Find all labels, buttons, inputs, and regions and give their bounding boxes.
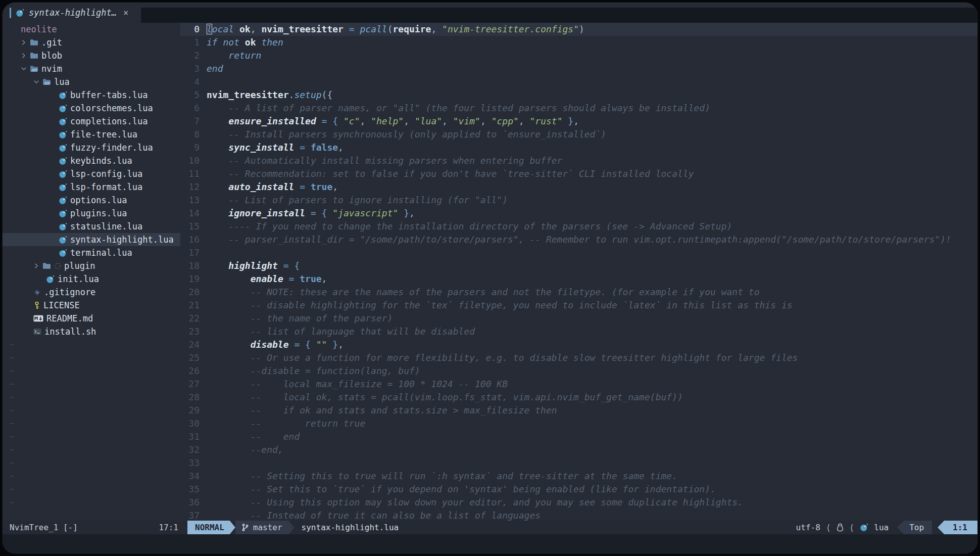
tree-item-completions.lua[interactable]: completions.lua [3,115,180,128]
code-line-text: ignore_install = { "javascript" }, [207,207,415,220]
statusline-tree-section: NvimTree_1 [-] 17:1 [3,523,183,532]
code-line-8[interactable]: 8 -- Install parsers synchronously (only… [180,128,977,141]
tree-item-statusline.lua[interactable]: statusline.lua [3,220,180,233]
code-line-6[interactable]: 6 -- A list of parser names, or "all" (t… [180,102,977,115]
code-line-19[interactable]: 19 enable = true, [180,272,977,286]
line-number: 29 [180,404,207,417]
code-line-text: local ok, nvim_treesitter = pcall(requir… [207,23,584,36]
active-tab-indicator [10,8,11,18]
tabline-fill [141,8,977,23]
code-line-20[interactable]: 20 -- NOTE: these are the names of the p… [180,286,977,299]
code-line-text: -- the name of the parser) [207,312,393,325]
code-line-34[interactable]: 34 -- Setting this to true will run `:h … [180,470,977,483]
code-line-text: ensure_installed = { "c", "help", "lua",… [207,115,579,128]
code-line-0[interactable]: 0local ok, nvim_treesitter = pcall(requi… [180,23,977,36]
code-line-14[interactable]: 14 ignore_install = { "javascript" }, [180,207,977,220]
code-line-7[interactable]: 7 ensure_installed = { "c", "help", "lua… [180,115,977,128]
code-line-17[interactable]: 17 [180,246,977,259]
code-line-22[interactable]: 22 -- the name of the parser) [180,312,977,325]
code-line-text: -- A list of parser names, or "all" (the… [207,102,710,115]
tree-item-blob[interactable]: blob [3,49,180,62]
code-line-4[interactable]: 4 [180,75,977,88]
code-line-30[interactable]: 30 -- return true [180,417,977,430]
close-icon[interactable]: × [123,8,128,18]
tree-item-options.lua[interactable]: options.lua [3,194,180,207]
tree-item-.git[interactable]: .git [3,36,180,49]
chevron-right-icon[interactable] [21,39,27,45]
lua-icon [59,222,67,231]
code-line-text: ---- If you need to change the installat… [207,220,732,233]
shell-icon [33,328,41,335]
empty-line-tilde: ~ [3,496,180,509]
code-line-26[interactable]: 26 --disable = function(lang, buf) [180,364,977,378]
code-line-28[interactable]: 28 -- local ok, stats = pcall(vim.loop.f… [180,391,977,404]
line-number: 6 [180,102,207,115]
text-cursor: l [207,24,212,34]
code-line-37[interactable]: 37 -- Instead of true it can also be a l… [180,509,977,521]
code-line-27[interactable]: 27 -- local max_filesize = 100 * 1024 --… [180,378,977,391]
tree-item-keybinds.lua[interactable]: keybinds.lua [3,154,180,167]
code-line-23[interactable]: 23 -- list of language that will be disa… [180,325,977,338]
tree-item-label: install.sh [44,327,96,337]
tree-item-buffer-tabs.lua[interactable]: buffer-tabs.lua [3,88,180,102]
tree-item-init.lua[interactable]: init.lua [3,272,180,286]
tree-item-nvim[interactable]: nvim [3,62,180,75]
chevron-right-icon[interactable] [33,263,39,269]
tree-item-label: completions.lua [70,116,148,126]
code-line-13[interactable]: 13 -- List of parsers to ignore installi… [180,194,977,207]
code-line-text: -- list of language that will be disable… [207,325,475,338]
empty-line-tilde: ~ [3,417,180,430]
empty-line-tilde: ~ [3,443,180,456]
code-line-33[interactable]: 33 [180,456,977,470]
code-line-35[interactable]: 35 -- Set this to `true` if you depend o… [180,483,977,496]
code-line-9[interactable]: 9 sync_install = false, [180,141,977,154]
tree-item-readme.md[interactable]: README.md [3,312,180,325]
tree-item-file-tree.lua[interactable]: file-tree.lua [3,128,180,141]
tree-item-install.sh[interactable]: install.sh [3,325,180,338]
chevron-down-icon[interactable] [21,66,27,72]
code-editor[interactable]: 0local ok, nvim_treesitter = pcall(requi… [180,23,977,521]
code-line-3[interactable]: 3end [180,62,977,75]
tree-item-.gitignore[interactable]: .gitignore [3,286,180,299]
tree-item-neolite[interactable]: neolite [3,23,180,36]
code-line-36[interactable]: 36 -- Using this option may slow down yo… [180,496,977,509]
code-line-12[interactable]: 12 auto_install = true, [180,180,977,194]
linux-penguin-icon [837,523,844,532]
tabline: syntax-highlight… × [3,3,977,23]
line-number: 22 [180,312,207,325]
tree-item-license[interactable]: LICENSE [3,299,180,312]
line-number: 13 [180,194,207,207]
tree-item-plugin[interactable]: plugin [3,259,180,272]
code-line-text: -- Instead of true it can also be a list… [207,509,541,521]
markdown-icon [33,315,43,322]
code-line-1[interactable]: 1if not ok then [180,36,977,49]
code-line-text: -- Recommendation: set to false if you d… [207,167,694,180]
tree-item-syntax-highlight.lua[interactable]: syntax-highlight.lua [3,233,180,246]
tree-item-lua[interactable]: lua [3,75,180,88]
code-line-21[interactable]: 21 -- disable highlighting for the `tex`… [180,299,977,312]
tree-item-label: keybinds.lua [70,156,132,166]
code-line-32[interactable]: 32 --end, [180,443,977,456]
code-line-18[interactable]: 18 highlight = { [180,259,977,272]
tree-item-plugins.lua[interactable]: plugins.lua [3,207,180,220]
code-line-31[interactable]: 31 -- end [180,430,977,443]
code-line-text: disable = { "" }, [207,338,344,351]
tree-item-fuzzy-finder.lua[interactable]: fuzzy-finder.lua [3,141,180,154]
code-line-2[interactable]: 2 return [180,49,977,62]
buffer-tab[interactable]: syntax-highlight… × [3,3,141,23]
tree-item-colorschemes.lua[interactable]: colorschemes.lua [3,102,180,115]
code-line-24[interactable]: 24 disable = { "" }, [180,338,977,351]
chevron-right-icon[interactable] [21,53,27,59]
code-line-5[interactable]: 5nvim_treesitter.setup({ [180,88,977,102]
code-line-16[interactable]: 16 -- parser_install_dir = "/some/path/t… [180,233,977,246]
code-line-15[interactable]: 15 ---- If you need to change the instal… [180,220,977,233]
code-line-25[interactable]: 25 -- Or use a function for more flexibi… [180,351,977,364]
tree-item-lsp-config.lua[interactable]: lsp-config.lua [3,167,180,180]
line-number: 10 [180,154,207,167]
tree-item-terminal.lua[interactable]: terminal.lua [3,246,180,259]
code-line-10[interactable]: 10 -- Automatically install missing pars… [180,154,977,167]
code-line-29[interactable]: 29 -- if ok and stats and stats.size > m… [180,404,977,417]
tree-item-lsp-format.lua[interactable]: lsp-format.lua [3,180,180,194]
code-line-11[interactable]: 11 -- Recommendation: set to false if yo… [180,167,977,180]
chevron-down-icon[interactable] [33,79,39,85]
